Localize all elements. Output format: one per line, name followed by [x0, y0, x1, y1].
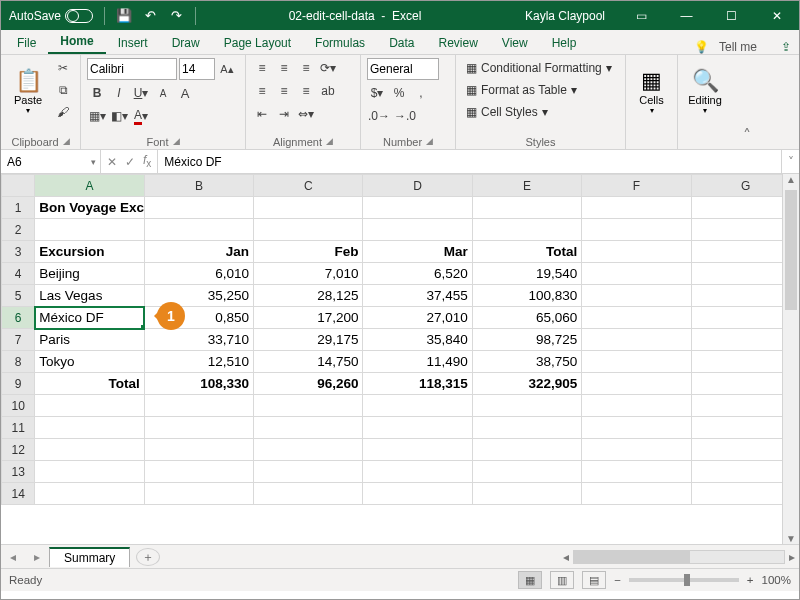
cell[interactable] [582, 461, 691, 483]
cell[interactable] [144, 395, 253, 417]
cell[interactable] [144, 439, 253, 461]
cell[interactable] [254, 395, 363, 417]
underline-button[interactable]: U▾ [131, 83, 151, 103]
cell[interactable]: Beijing [35, 263, 144, 285]
worksheet-grid[interactable]: A B C D E F G 1Bon Voyage Excursions23Ex… [1, 174, 799, 544]
cell[interactable]: Total [472, 241, 581, 263]
editing-button[interactable]: 🔍 Editing▾ [684, 58, 726, 124]
cell[interactable]: 322,905 [472, 373, 581, 395]
cell[interactable] [472, 395, 581, 417]
cell[interactable] [363, 197, 472, 219]
paste-button[interactable]: 📋 Paste▾ [7, 58, 49, 124]
font-size-combo[interactable] [179, 58, 215, 80]
zoom-in-icon[interactable]: + [747, 574, 754, 586]
col-header[interactable]: C [254, 175, 363, 197]
cell[interactable] [582, 483, 691, 505]
save-icon[interactable]: 💾 [114, 6, 134, 26]
minimize-icon[interactable]: — [664, 1, 709, 30]
row[interactable]: 10 [2, 395, 800, 417]
expand-formula-bar-icon[interactable]: ˅ [781, 150, 799, 173]
col-header[interactable]: D [363, 175, 472, 197]
cell[interactable] [363, 483, 472, 505]
dialog-launcher-icon[interactable]: ◢ [63, 136, 70, 148]
row-header[interactable]: 1 [2, 197, 35, 219]
align-top-icon[interactable]: ≡ [252, 58, 272, 78]
cell[interactable]: 17,200 [254, 307, 363, 329]
row[interactable]: 2 [2, 219, 800, 241]
cell[interactable] [254, 197, 363, 219]
row-header[interactable]: 11 [2, 417, 35, 439]
cell[interactable]: 11,490 [363, 351, 472, 373]
undo-icon[interactable]: ↶ [140, 6, 160, 26]
cell[interactable] [582, 351, 691, 373]
row-header[interactable]: 6 [2, 307, 35, 329]
comma-icon[interactable]: , [411, 83, 431, 103]
cell[interactable]: Bon Voyage Excursions [35, 197, 144, 219]
cell[interactable] [472, 461, 581, 483]
cell[interactable] [254, 439, 363, 461]
row[interactable]: 8Tokyo12,51014,75011,49038,750 [2, 351, 800, 373]
normal-view-icon[interactable]: ▦ [518, 571, 542, 589]
cell[interactable] [363, 417, 472, 439]
decrease-indent-icon[interactable]: ⇤ [252, 104, 272, 124]
cell[interactable] [35, 417, 144, 439]
row[interactable]: 4Beijing6,0107,0106,52019,540 [2, 263, 800, 285]
cell[interactable] [144, 219, 253, 241]
row[interactable]: 1Bon Voyage Excursions [2, 197, 800, 219]
cell[interactable] [582, 263, 691, 285]
maximize-icon[interactable]: ☐ [709, 1, 754, 30]
row-header[interactable]: 3 [2, 241, 35, 263]
cell[interactable] [254, 483, 363, 505]
cell[interactable]: 37,455 [363, 285, 472, 307]
zoom-out-icon[interactable]: − [614, 574, 621, 586]
cell[interactable]: 12,510 [144, 351, 253, 373]
tab-draw[interactable]: Draw [160, 32, 212, 54]
name-box[interactable]: A6 [1, 150, 101, 173]
font-color-icon[interactable]: A▾ [131, 106, 151, 126]
align-center-icon[interactable]: ≡ [274, 81, 294, 101]
row[interactable]: 11 [2, 417, 800, 439]
vertical-scrollbar[interactable]: ▲ ▼ [782, 174, 799, 544]
merge-icon[interactable]: ⇔▾ [296, 104, 316, 124]
cell[interactable]: México DF [35, 307, 144, 329]
cell[interactable] [35, 439, 144, 461]
cell[interactable] [582, 329, 691, 351]
cell[interactable]: 27,010 [363, 307, 472, 329]
zoom-level[interactable]: 100% [762, 574, 791, 586]
cell[interactable] [35, 219, 144, 241]
user-name[interactable]: Kayla Claypool [511, 9, 619, 23]
bold-button[interactable]: B [87, 83, 107, 103]
cell[interactable] [472, 219, 581, 241]
cell[interactable]: 100,830 [472, 285, 581, 307]
cell[interactable]: 108,330 [144, 373, 253, 395]
page-break-view-icon[interactable]: ▤ [582, 571, 606, 589]
cell[interactable]: 29,175 [254, 329, 363, 351]
cell[interactable] [472, 439, 581, 461]
cell[interactable]: Mar [363, 241, 472, 263]
row-header[interactable]: 13 [2, 461, 35, 483]
cell[interactable]: Jan [144, 241, 253, 263]
cell[interactable]: 6,010 [144, 263, 253, 285]
orientation-icon[interactable]: ⟳▾ [318, 58, 338, 78]
zoom-slider[interactable] [629, 578, 739, 582]
tab-help[interactable]: Help [540, 32, 589, 54]
row-header[interactable]: 14 [2, 483, 35, 505]
cell[interactable] [254, 219, 363, 241]
cell[interactable]: Excursion [35, 241, 144, 263]
cell[interactable] [582, 373, 691, 395]
dialog-launcher-icon[interactable]: ◢ [173, 136, 180, 148]
cells-button[interactable]: ▦ Cells▾ [632, 58, 671, 124]
row-header[interactable]: 8 [2, 351, 35, 373]
cell[interactable]: 28,125 [254, 285, 363, 307]
italic-button[interactable]: I [109, 83, 129, 103]
select-all-corner[interactable] [2, 175, 35, 197]
font-name-combo[interactable] [87, 58, 177, 80]
align-right-icon[interactable]: ≡ [296, 81, 316, 101]
col-header[interactable]: E [472, 175, 581, 197]
cell[interactable]: Total [35, 373, 144, 395]
cell[interactable]: 35,840 [363, 329, 472, 351]
redo-icon[interactable]: ↷ [166, 6, 186, 26]
tab-view[interactable]: View [490, 32, 540, 54]
autosave-toggle[interactable]: AutoSave [1, 9, 101, 23]
cell[interactable] [582, 307, 691, 329]
